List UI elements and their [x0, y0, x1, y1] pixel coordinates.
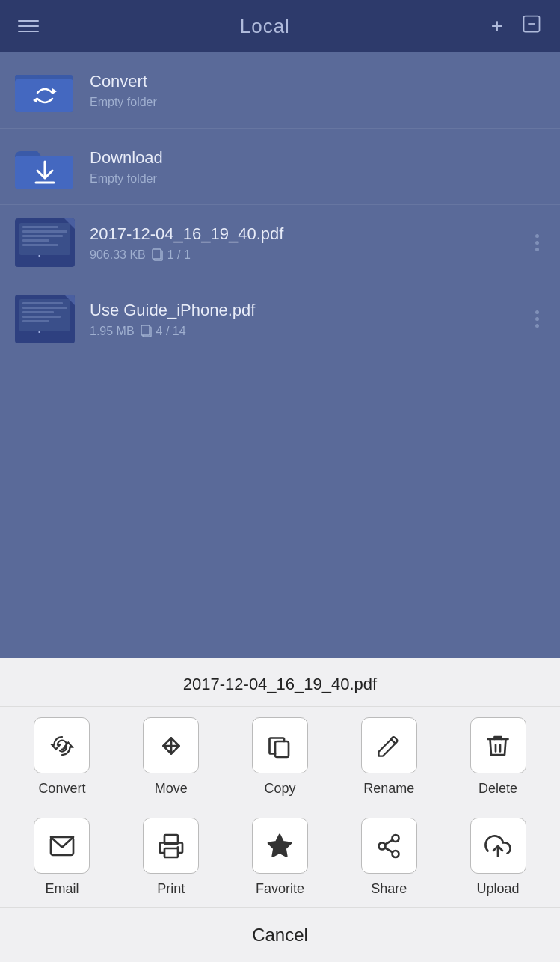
list-item[interactable]: Convert Empty folder: [0, 52, 560, 129]
delete-label: Delete: [479, 781, 517, 797]
list-item[interactable]: .pdf Use Guide_iPhone.pdf 1.95 MB 4 / 14: [0, 281, 560, 357]
share-label: Share: [371, 881, 407, 897]
file-info: 2017-12-04_16_19_40.pdf 906.33 KB 1 / 1: [90, 224, 529, 262]
favorite-button[interactable]: Favorite: [239, 818, 321, 897]
file-name: 2017-12-04_16_19_40.pdf: [90, 224, 529, 244]
list-item[interactable]: .pdf 2017-12-04_16_19_40.pdf 906.33 KB 1…: [0, 205, 560, 281]
convert-button[interactable]: Convert: [21, 717, 103, 797]
file-pages: 1 / 1: [152, 248, 191, 262]
print-icon: [158, 833, 185, 860]
rename-button[interactable]: Rename: [348, 717, 430, 797]
folder-name: Convert: [90, 72, 545, 91]
delete-icon-box: [470, 717, 526, 773]
convert-icon: [49, 732, 76, 759]
folder-meta: Empty folder: [90, 172, 545, 186]
copy-icon: [266, 732, 293, 759]
email-icon: [49, 833, 76, 860]
menu-icon[interactable]: [18, 20, 39, 32]
favorite-label: Favorite: [256, 881, 304, 897]
selected-filename: 2017-12-04_16_19_40.pdf: [0, 658, 560, 707]
svg-line-26: [385, 848, 393, 852]
add-icon[interactable]: +: [491, 14, 503, 38]
move-icon: [158, 732, 185, 759]
pdf-icon: .pdf: [15, 295, 75, 343]
more-options-icon[interactable]: [529, 227, 545, 259]
upload-label: Upload: [477, 881, 520, 897]
svg-line-27: [385, 839, 393, 844]
folder-icon: [15, 142, 75, 191]
upload-icon: [484, 833, 511, 860]
rename-label: Rename: [363, 781, 414, 797]
share-button[interactable]: Share: [348, 818, 430, 897]
delete-icon: [484, 732, 511, 759]
rename-icon: [375, 732, 402, 759]
folder-info: Download Empty folder: [90, 148, 545, 186]
file-meta: 906.33 KB 1 / 1: [90, 248, 529, 262]
move-icon-box: [143, 717, 199, 773]
folder-icon: [15, 66, 75, 114]
action-row-1: Convert Move: [0, 707, 560, 807]
file-meta: 1.95 MB 4 / 14: [90, 325, 529, 338]
svg-rect-4: [15, 79, 73, 112]
email-icon-box: [34, 818, 90, 874]
file-list: Convert Empty folder Download Empty fold…: [0, 52, 560, 658]
convert-label: Convert: [38, 781, 85, 797]
file-pages: 4 / 14: [141, 325, 186, 338]
svg-rect-20: [164, 848, 178, 857]
print-label: Print: [157, 881, 185, 897]
print-icon-box: [143, 818, 199, 874]
convert-icon-box: [34, 717, 90, 773]
page-title: Local: [240, 15, 290, 38]
move-button[interactable]: Move: [130, 717, 212, 797]
svg-point-21: [176, 846, 179, 848]
edit-icon[interactable]: [521, 13, 542, 40]
bottom-sheet: 2017-12-04_16_19_40.pdf Convert: [0, 658, 560, 962]
email-button[interactable]: Email: [21, 818, 103, 897]
copy-label: Copy: [264, 781, 295, 797]
folder-meta: Empty folder: [90, 96, 545, 109]
favorite-icon: [266, 833, 293, 860]
share-icon-box: [361, 818, 417, 874]
svg-rect-12: [153, 249, 161, 259]
move-label: Move: [155, 781, 188, 797]
app-header: Local +: [0, 0, 560, 52]
copy-icon-box: [252, 717, 308, 773]
share-icon: [375, 833, 402, 860]
email-label: Email: [45, 881, 79, 897]
delete-button[interactable]: Delete: [457, 717, 539, 797]
svg-rect-17: [275, 741, 289, 757]
upload-icon-box: [470, 818, 526, 874]
header-actions: +: [491, 13, 542, 40]
upload-button[interactable]: Upload: [457, 818, 539, 897]
pdf-icon: .pdf: [15, 218, 75, 267]
favorite-icon-box: [252, 818, 308, 874]
folder-name: Download: [90, 148, 545, 168]
cancel-button[interactable]: Cancel: [0, 907, 560, 962]
svg-marker-22: [268, 835, 291, 857]
action-row-2: Email Print Favorite: [0, 807, 560, 907]
svg-rect-14: [141, 325, 150, 335]
list-item[interactable]: Download Empty folder: [0, 129, 560, 205]
rename-icon-box: [361, 717, 417, 773]
more-options-icon[interactable]: [529, 303, 545, 335]
file-name: Use Guide_iPhone.pdf: [90, 301, 529, 320]
folder-info: Convert Empty folder: [90, 72, 545, 109]
copy-button[interactable]: Copy: [239, 717, 321, 797]
file-info: Use Guide_iPhone.pdf 1.95 MB 4 / 14: [90, 301, 529, 338]
print-button[interactable]: Print: [130, 818, 212, 897]
